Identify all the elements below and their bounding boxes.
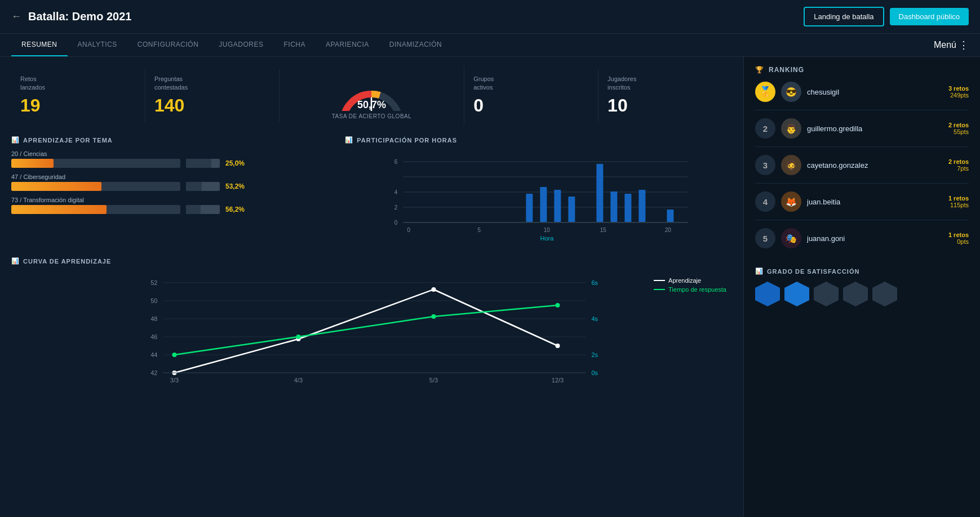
bar-chart-svg: 6 4 2 0	[345, 150, 732, 240]
svg-text:4s: 4s	[592, 315, 598, 322]
jugadores-value: 10	[607, 95, 723, 116]
rank-stats-2: 2 retos 55pts	[948, 122, 969, 135]
svg-text:0: 0	[407, 227, 411, 233]
ranking-row-4: 4 🦊 juan.beitia 1 retos 115pts	[755, 191, 969, 220]
svg-text:46: 46	[150, 333, 157, 340]
menu-button[interactable]: Menú ⋮	[934, 39, 969, 51]
rank-pts-2: 55pts	[948, 128, 969, 135]
satisfaccion-icon: 📊	[755, 268, 764, 275]
svg-text:2: 2	[394, 204, 398, 211]
tab-analytics[interactable]: ANALYTICS	[68, 34, 127, 56]
svg-point-45	[432, 287, 436, 292]
rank-avatar-4: 🦊	[781, 191, 801, 212]
bar-track-3	[11, 205, 180, 214]
tema-row-3: 73 / Transformación digital 56,2%	[11, 197, 334, 214]
rank-retos-5: 1 retos	[948, 231, 969, 238]
tab-configuracion[interactable]: CONFIGURACIÓN	[127, 34, 209, 56]
preguntas-label: Preguntascontestadas	[154, 75, 270, 92]
jugadores-label: Jugadoresinscritos	[607, 75, 723, 92]
svg-text:6: 6	[394, 159, 398, 165]
curva-section: 📊 CURVA DE APRENDIZAJE Aprendizaje Tiemp…	[11, 257, 732, 384]
stat-preguntas: Preguntascontestadas 140	[145, 69, 280, 122]
back-button[interactable]: ←	[11, 11, 21, 23]
hex-3	[814, 282, 839, 306]
tabs-container: RESUMEN ANALYTICS CONFIGURACIÓN JUGADORE…	[11, 34, 452, 56]
svg-text:2s: 2s	[592, 351, 598, 358]
bar-track-bg-2	[186, 182, 220, 191]
trophy-icon: 🏆	[755, 66, 764, 74]
ranking-section: 🏆 RANKING 🥇 😎 chesusigil 3 retos 249pts …	[755, 66, 969, 256]
svg-text:20: 20	[665, 227, 672, 233]
svg-rect-14	[569, 197, 575, 222]
svg-rect-12	[540, 187, 547, 222]
stat-jugadores: Jugadoresinscritos 10	[598, 69, 732, 122]
gauge-label: TASA DE ACIERTO GLOBAL	[332, 113, 412, 119]
hex-1	[755, 282, 780, 306]
preguntas-value: 140	[154, 95, 270, 116]
tema-row-2: 47 / Ciberseguridad 53,2%	[11, 173, 334, 191]
svg-text:4/3: 4/3	[294, 377, 303, 384]
rank-name-2: guillermo.gredilla	[807, 124, 943, 133]
hex-5	[872, 282, 897, 306]
participacion-section: 📊 PARTICIPACIÓN POR HORAS 6 4 2	[345, 136, 732, 240]
bar-pct-2: 53,2%	[225, 182, 251, 190]
tema-label-1: 20 / Ciencias	[11, 150, 334, 157]
hexagons-container	[755, 282, 969, 306]
rank-num-1: 🥇	[755, 82, 775, 102]
landing-button[interactable]: Landing de batalla	[804, 7, 884, 26]
bar-chart-icon-2: 📊	[345, 136, 353, 144]
svg-text:15: 15	[600, 227, 607, 233]
tema-bar-1: 25,0%	[11, 159, 334, 168]
gauge-block: 50,7% TASA DE ACIERTO GLOBAL	[280, 66, 464, 125]
bar-track-2	[11, 182, 180, 191]
svg-text:42: 42	[150, 369, 157, 376]
svg-text:0: 0	[394, 220, 398, 226]
tema-label-2: 47 / Ciberseguridad	[11, 173, 334, 180]
svg-rect-17	[625, 194, 632, 222]
svg-rect-15	[597, 164, 604, 222]
tab-dinamizacion[interactable]: DINAMIZACIÓN	[379, 34, 452, 56]
bar-chart-icon: 📊	[11, 136, 20, 144]
svg-text:12/3: 12/3	[552, 377, 564, 384]
svg-text:0s: 0s	[592, 369, 598, 376]
bar-chart-area: 6 4 2 0	[345, 150, 732, 240]
tab-resumen[interactable]: RESUMEN	[11, 34, 68, 56]
svg-text:52: 52	[150, 279, 157, 286]
svg-text:48: 48	[150, 315, 157, 322]
svg-point-48	[296, 335, 301, 339]
tema-bar-3: 56,2%	[11, 205, 334, 214]
participacion-title: 📊 PARTICIPACIÓN POR HORAS	[345, 136, 732, 144]
bar-fill-2	[11, 182, 101, 191]
tab-jugadores[interactable]: JUGADORES	[209, 34, 273, 56]
svg-rect-11	[526, 194, 533, 222]
bar-track-1	[11, 159, 180, 168]
legend-tiempo: Tiempo de respuesta	[654, 286, 726, 293]
svg-text:10: 10	[544, 227, 551, 233]
nav-tabs: RESUMEN ANALYTICS CONFIGURACIÓN JUGADORE…	[0, 34, 980, 57]
curva-chart-area: Aprendizaje Tiempo de respuesta	[11, 271, 732, 384]
dashboard-public-button[interactable]: Dashboard público	[890, 8, 969, 25]
tab-ficha[interactable]: FICHA	[274, 34, 316, 56]
rank-name-4: juan.beitia	[807, 198, 943, 206]
main-content: Retoslanzados 19 Preguntascontestadas 14…	[0, 57, 980, 517]
rank-stats-1: 3 retos 249pts	[948, 85, 969, 99]
bar-track-bg-1	[186, 159, 220, 168]
svg-point-47	[172, 353, 177, 357]
rank-avatar-1: 😎	[781, 82, 801, 102]
svg-rect-19	[667, 210, 674, 222]
header-buttons: Landing de batalla Dashboard público	[804, 7, 969, 26]
grupos-value: 0	[473, 95, 589, 116]
tab-apariencia[interactable]: APARIENCIA	[316, 34, 379, 56]
curva-title: 📊 CURVA DE APRENDIZAJE	[11, 257, 732, 265]
svg-rect-18	[639, 190, 646, 222]
aprendizaje-section: 📊 APRENDIZAJE POR TEMA 20 / Ciencias 25,…	[11, 136, 334, 240]
satisfaccion-title: 📊 GRADO DE SATISFACCIÓN	[755, 268, 969, 275]
two-col-section: 📊 APRENDIZAJE POR TEMA 20 / Ciencias 25,…	[11, 136, 732, 252]
header: ← Batalla: Demo 2021 Landing de batalla …	[0, 0, 980, 34]
rank-num-4: 4	[755, 191, 775, 212]
ranking-row-5: 5 🎭 juanan.goni 1 retos 0pts	[755, 228, 969, 256]
curva-legend: Aprendizaje Tiempo de respuesta	[654, 277, 726, 293]
stat-retos: Retoslanzados 19	[11, 69, 145, 122]
bar-fill-3	[11, 205, 107, 214]
gauge-container: 50,7%	[335, 72, 408, 111]
